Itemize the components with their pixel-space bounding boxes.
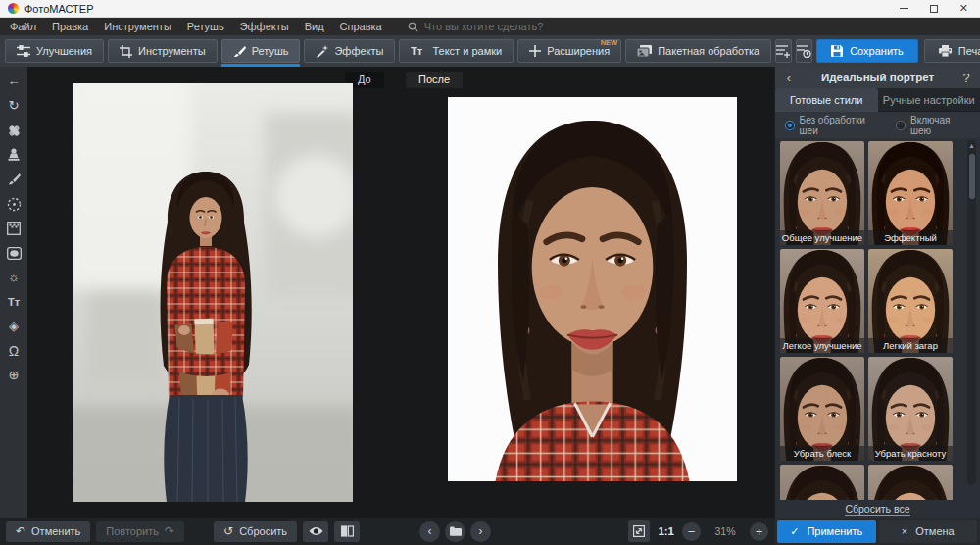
title-bar: ФотоМАСТЕР ✕ <box>0 0 980 18</box>
style-thumbnail-remove-redness[interactable]: Убрать красноту <box>868 357 953 461</box>
menu-bar: Файл Правка Инструменты Ретушь Эффекты В… <box>0 18 980 35</box>
compare-view-button[interactable] <box>334 521 360 542</box>
print-label: Печать <box>958 45 980 57</box>
tab-enhancements[interactable]: Улучшения <box>5 39 104 63</box>
redo-button[interactable]: Повторить ↷ <box>96 521 184 542</box>
after-label[interactable]: После <box>406 72 463 88</box>
tab-label: Инструменты <box>138 45 206 57</box>
tab-label: Ретушь <box>252 45 289 57</box>
style-thumbnail-general[interactable]: Общее улучшение <box>780 141 864 245</box>
style-thumbnail-remove-shine[interactable]: Убрать блеск <box>780 357 864 461</box>
cancel-label: Отмена <box>915 525 954 537</box>
style-label: Убрать блеск <box>780 446 864 461</box>
style-thumbnail-light-tan[interactable]: Легкий загар <box>868 249 953 353</box>
style-label: Убрать красноту <box>868 446 953 461</box>
preset-add-icon <box>776 44 791 58</box>
reset-all-row: Сбросить все <box>775 500 980 518</box>
style-thumbnail-partial[interactable] <box>868 465 953 500</box>
styles-grid: Общее улучшение Эффектный портрет Легкое… <box>780 141 955 500</box>
panel-tabs: Готовые стили Ручные настройки <box>775 88 980 112</box>
radio-with-neck[interactable]: Включая шею <box>896 115 970 136</box>
menu-edit[interactable]: Правка <box>52 21 88 32</box>
tool-sidebar: ← ↻ <box>0 67 27 518</box>
panel-help-icon[interactable]: ? <box>960 71 972 85</box>
healing-patch-icon[interactable] <box>6 123 23 138</box>
magic-wand-icon <box>316 45 328 58</box>
tab-text-frames[interactable]: Tт Текст и рамки <box>399 39 514 63</box>
text-tool-icon[interactable]: Tт <box>6 294 23 310</box>
liquify-icon[interactable]: Ω <box>6 343 23 359</box>
apply-button[interactable]: ✓ Применить <box>777 520 876 543</box>
preset-history-button[interactable] <box>796 39 812 63</box>
radio-without-neck[interactable]: Без обработки шеи <box>785 115 882 136</box>
app-title: ФотоМАСТЕР <box>24 3 94 15</box>
next-photo-button[interactable]: › <box>470 521 491 542</box>
panel-scrollbar[interactable]: ▲ <box>967 140 976 485</box>
print-button[interactable]: Печать <box>924 39 980 63</box>
distortion-icon[interactable]: ⊕ <box>6 368 23 383</box>
zoom-level: 31% <box>709 525 742 537</box>
fit-to-screen-button[interactable] <box>628 520 650 542</box>
actual-size-button[interactable]: 1:1 <box>658 525 674 537</box>
undo-button[interactable]: ↶ Отменить <box>6 521 90 542</box>
clone-stamp-icon[interactable] <box>6 147 23 163</box>
scrollbar-thumb[interactable] <box>969 154 975 199</box>
tab-manual-settings[interactable]: Ручные настройки <box>878 88 980 112</box>
style-thumbnail-partial[interactable] <box>780 465 864 500</box>
zoom-out-button[interactable]: − <box>682 522 701 541</box>
save-label: Сохранить <box>850 45 904 57</box>
menu-help[interactable]: Справка <box>340 21 382 32</box>
zoom-in-button[interactable]: + <box>750 522 768 541</box>
tab-ready-styles[interactable]: Готовые стили <box>775 88 878 112</box>
menu-retouch[interactable]: Ретушь <box>187 21 224 32</box>
glow-icon[interactable]: ☼ <box>6 270 23 285</box>
compare-icon <box>341 525 354 537</box>
tab-retouch[interactable]: Ретушь <box>221 39 301 63</box>
panel-back-icon[interactable]: ‹ <box>783 71 795 85</box>
app-window: ФотоМАСТЕР ✕ Файл Правка Инструменты Рет… <box>0 0 980 545</box>
rotate-icon[interactable]: ↻ <box>6 98 23 114</box>
main-toolbar: Улучшения Инструменты Ретушь Эффекты Tт <box>0 35 980 67</box>
scroll-up-icon[interactable]: ▲ <box>967 142 976 149</box>
tab-batch-processing[interactable]: Пакетная обработка <box>625 39 771 63</box>
style-label: Общее улучшение <box>780 230 864 245</box>
radio-unselected-icon <box>896 121 906 130</box>
preset-add-button[interactable] <box>775 39 792 63</box>
folder-icon <box>450 526 462 536</box>
bottom-bar: ↶ Отменить Повторить ↷ ↺ Сбросить ‹ <box>0 518 980 545</box>
panel-header: ‹ Идеальный портрет ? <box>775 67 980 88</box>
reset-all-link[interactable]: Сбросить все <box>845 503 909 516</box>
style-thumbnail-effect-portrait[interactable]: Эффектный портрет <box>868 141 953 245</box>
color-splash-icon[interactable]: ◈ <box>6 319 23 334</box>
menu-view[interactable]: Вид <box>305 21 324 32</box>
save-button[interactable]: Сохранить <box>816 39 918 63</box>
after-image <box>448 97 737 481</box>
maximize-icon[interactable] <box>930 5 938 13</box>
reset-icon: ↺ <box>223 524 233 538</box>
sliders-icon <box>17 45 30 57</box>
back-icon[interactable]: ← <box>6 74 23 89</box>
menu-tools[interactable]: Инструменты <box>104 21 172 32</box>
vignette-icon[interactable] <box>6 245 23 261</box>
radial-filter-icon[interactable] <box>6 196 23 212</box>
tab-tools[interactable]: Инструменты <box>108 39 218 63</box>
cancel-button[interactable]: × Отмена <box>879 520 978 543</box>
tab-extensions[interactable]: NEW Расширения <box>517 39 621 63</box>
menu-effects[interactable]: Эффекты <box>240 21 289 32</box>
minimize-icon[interactable] <box>900 8 908 9</box>
neck-mode-radios: Без обработки шеи Включая шею <box>775 112 980 138</box>
open-folder-button[interactable] <box>445 521 466 542</box>
menu-file[interactable]: Файл <box>10 21 36 32</box>
search-input[interactable]: Что вы хотите сделать? <box>408 21 544 32</box>
graduated-filter-icon[interactable] <box>6 221 23 236</box>
close-icon[interactable]: ✕ <box>959 3 968 14</box>
adjustment-brush-icon[interactable] <box>6 172 23 187</box>
style-thumbnail-light-enhance[interactable]: Легкое улучшение <box>780 249 864 353</box>
save-icon <box>831 45 843 57</box>
tab-effects[interactable]: Эффекты <box>304 39 395 63</box>
radio-selected-icon <box>785 121 795 130</box>
reset-button[interactable]: ↺ Сбросить <box>214 521 297 542</box>
crop-icon <box>120 45 132 58</box>
preview-original-button[interactable] <box>303 521 328 542</box>
previous-photo-button[interactable]: ‹ <box>419 521 440 542</box>
